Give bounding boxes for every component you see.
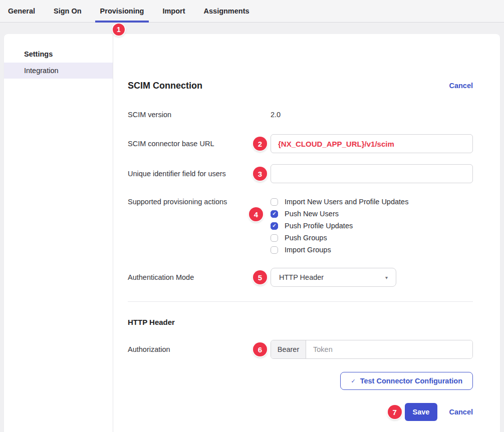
annotation-badge-7: 7 (388, 405, 402, 419)
checkbox-icon[interactable]: ✓ (271, 234, 278, 242)
auth-mode-selected-value: HTTP Header (279, 273, 324, 281)
sidebar-heading: Settings (24, 50, 113, 58)
check-icon: ✓ (272, 223, 276, 228)
authorization-input-group: Bearer (271, 340, 473, 359)
base-url-label: SCIM connector base URL (128, 139, 271, 148)
unique-id-input[interactable] (271, 164, 473, 183)
provisioning-actions-label: Supported provisioning actions (128, 196, 271, 206)
provisioning-action-item[interactable]: ✓ Import Groups (271, 244, 473, 256)
provisioning-action-label: Push Groups (285, 234, 327, 242)
authorization-row: Authorization 6 Bearer (128, 340, 473, 359)
auth-mode-select[interactable]: HTTP Header ▾ (271, 268, 396, 287)
provisioning-action-item[interactable]: ✓ Push Groups (271, 232, 473, 244)
app-tab-bar: General Sign On Provisioning Import Assi… (0, 0, 504, 23)
annotation-badge-3: 3 (253, 167, 267, 181)
cancel-link-top[interactable]: Cancel (449, 82, 473, 90)
token-input[interactable] (306, 340, 472, 358)
sidebar-item-integration[interactable]: Integration (4, 63, 113, 79)
settings-sidebar: Settings Integration (4, 34, 113, 432)
checkbox-icon[interactable]: ✓ (271, 198, 278, 206)
chevron-down-icon: ▾ (385, 275, 388, 280)
annotation-badge-1: 1 (113, 24, 125, 36)
http-header-heading: HTTP Header (128, 318, 473, 327)
annotation-badge-4: 4 (249, 207, 263, 221)
provisioning-action-label: Push New Users (285, 210, 339, 218)
tab-general[interactable]: General (8, 0, 35, 23)
tab-provisioning[interactable]: Provisioning (100, 0, 144, 23)
annotation-badge-5: 5 (253, 270, 267, 284)
unique-id-row: Unique identifier field for users 3 (128, 164, 473, 183)
provisioning-action-item[interactable]: ✓ Push Profile Updates (271, 220, 473, 232)
tab-import[interactable]: Import (162, 0, 185, 23)
scim-connection-panel: SCIM Connection Cancel SCIM version 2.0 … (113, 34, 500, 432)
tab-sign-on[interactable]: Sign On (54, 0, 82, 23)
tab-assignments[interactable]: Assignments (204, 0, 249, 23)
provisioning-action-item[interactable]: ✓ Import New Users and Profile Updates (271, 196, 473, 208)
provisioning-action-label: Push Profile Updates (285, 222, 353, 230)
base-url-input[interactable] (271, 134, 473, 153)
provisioning-actions-row: Supported provisioning actions 4 ✓ Impor… (128, 196, 473, 256)
provisioning-card: Settings Integration SCIM Connection Can… (4, 34, 500, 432)
provisioning-action-label: Import Groups (285, 246, 331, 254)
base-url-row: SCIM connector base URL 2 (128, 134, 473, 153)
save-button[interactable]: Save (405, 403, 438, 421)
check-icon: ✓ (351, 378, 355, 384)
page-title: SCIM Connection (128, 80, 202, 91)
authorization-label: Authorization (128, 345, 271, 354)
scim-version-value: 2.0 (271, 111, 473, 119)
section-divider (128, 301, 473, 302)
check-icon: ✓ (272, 211, 276, 216)
bearer-prefix: Bearer (271, 340, 306, 358)
checkbox-icon[interactable]: ✓ (271, 210, 278, 218)
annotation-badge-6: 6 (253, 342, 267, 356)
provisioning-action-label: Import New Users and Profile Updates (285, 198, 408, 206)
checkbox-icon[interactable]: ✓ (271, 246, 278, 254)
annotation-badge-2: 2 (253, 137, 267, 151)
scim-version-row: SCIM version 2.0 (128, 110, 473, 119)
test-connector-button[interactable]: ✓ Test Connector Configuration (340, 372, 473, 390)
checkbox-icon[interactable]: ✓ (271, 222, 278, 230)
provisioning-action-item[interactable]: ✓ Push New Users (271, 208, 473, 220)
scim-version-label: SCIM version (128, 110, 271, 119)
test-connector-button-label: Test Connector Configuration (360, 377, 462, 385)
provisioning-actions-list: 4 ✓ Import New Users and Profile Updates… (271, 196, 473, 256)
unique-id-label: Unique identifier field for users (128, 169, 271, 178)
auth-mode-label: Authentication Mode (128, 273, 271, 282)
auth-mode-row: Authentication Mode 5 HTTP Header ▾ (128, 268, 473, 287)
cancel-link-bottom[interactable]: Cancel (449, 408, 473, 416)
